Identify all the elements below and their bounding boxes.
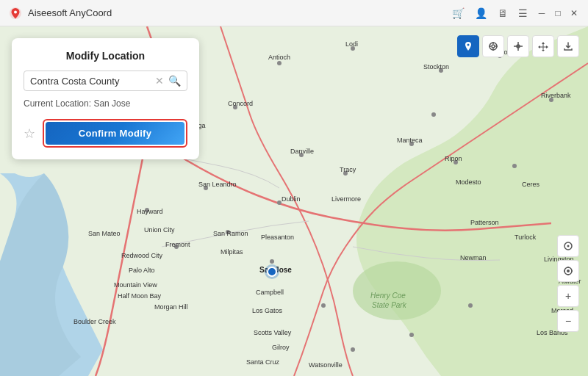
zoom-out-button[interactable]: − (557, 310, 579, 332)
svg-text:Scotts Valley: Scotts Valley (254, 329, 292, 336)
titlebar-actions: 🛒 👤 🖥 ☰ (452, 7, 528, 19)
svg-text:Ceres: Ceres (522, 181, 540, 188)
cart-icon[interactable]: 🛒 (452, 7, 465, 19)
svg-point-4 (277, 61, 282, 65)
svg-text:Antioch: Antioch (268, 54, 290, 61)
svg-text:Half Moon Bay: Half Moon Bay (118, 292, 162, 300)
svg-text:Lodi: Lodi (345, 40, 358, 48)
confirm-modify-button[interactable]: Confirm Modify (46, 122, 184, 145)
map-side-controls: + − (557, 235, 579, 332)
menu-icon[interactable]: ☰ (518, 7, 528, 19)
svg-text:Mountain View: Mountain View (114, 281, 157, 289)
svg-point-89 (567, 270, 570, 272)
svg-text:Tracy: Tracy (340, 166, 356, 173)
move-icon (538, 41, 548, 51)
svg-text:Pleasanton: Pleasanton (261, 234, 294, 241)
gps-button[interactable] (557, 260, 579, 282)
minimize-button[interactable]: ─ (537, 8, 547, 18)
svg-point-74 (492, 45, 495, 48)
svg-text:Turlock: Turlock (514, 234, 537, 241)
svg-point-15 (512, 164, 517, 168)
svg-point-72 (467, 44, 470, 46)
svg-text:Los Gatos: Los Gatos (252, 307, 283, 314)
zoom-out-label: − (565, 315, 571, 327)
svg-text:Stockton: Stockton (423, 63, 449, 70)
svg-text:Dublin: Dublin (282, 195, 301, 203)
search-box: ✕ 🔍 (24, 70, 187, 91)
svg-text:Livermore: Livermore (331, 195, 361, 203)
svg-text:Union City: Union City (144, 226, 175, 234)
svg-point-1 (14, 10, 17, 13)
recenter-icon (563, 241, 573, 251)
svg-text:San Ramon: San Ramon (213, 230, 248, 237)
svg-text:Manteca: Manteca (397, 137, 423, 144)
svg-point-25 (409, 333, 414, 337)
target-mode-button[interactable] (482, 35, 504, 57)
svg-text:Morgan Hill: Morgan Hill (154, 303, 188, 311)
svg-text:Modesto: Modesto (456, 178, 481, 186)
map-toolbar (457, 35, 579, 57)
svg-text:Redwood City: Redwood City (121, 252, 163, 259)
svg-text:Concord: Concord (228, 100, 253, 107)
svg-text:San Mateo: San Mateo (88, 230, 121, 237)
map-container[interactable]: Antioch Lodi Stockton Ripon Riverbank Co… (0, 26, 588, 376)
svg-text:Ripon: Ripon (445, 155, 462, 162)
svg-text:Santa Cruz: Santa Cruz (246, 358, 280, 366)
crosshair-mode-button[interactable] (507, 35, 529, 57)
target-icon (488, 41, 498, 51)
monitor-icon[interactable]: 🖥 (498, 7, 508, 19)
export-icon (563, 41, 573, 51)
svg-point-83 (567, 245, 570, 247)
svg-text:Danville: Danville (290, 148, 314, 155)
favorite-button[interactable]: ☆ (24, 126, 35, 142)
app-title: Aiseesoft AnyCoord (28, 7, 452, 18)
svg-text:Gilroy: Gilroy (272, 344, 290, 351)
close-button[interactable]: ✕ (569, 8, 579, 18)
gps-icon (563, 266, 573, 276)
location-mode-button[interactable] (457, 35, 479, 57)
panel-title: Modify Location (24, 50, 187, 62)
app-logo-icon (9, 7, 22, 20)
svg-text:Newman: Newman (460, 254, 487, 261)
svg-point-24 (351, 347, 355, 352)
panel-actions: ☆ Confirm Modify (24, 119, 187, 148)
location-search-input[interactable] (30, 76, 155, 87)
clear-search-icon[interactable]: ✕ (155, 75, 164, 87)
svg-text:Milpitas: Milpitas (220, 248, 243, 256)
svg-point-9 (431, 112, 436, 117)
modify-location-panel: Modify Location ✕ 🔍 Current Location: Sa… (12, 38, 199, 159)
svg-text:State Park: State Park (372, 301, 407, 309)
zoom-in-button[interactable]: + (557, 285, 579, 307)
export-button[interactable] (557, 35, 579, 57)
svg-text:San Leandro: San Leandro (198, 181, 237, 188)
svg-text:Riverbank: Riverbank (541, 92, 571, 99)
svg-text:Henry Coe: Henry Coe (370, 292, 406, 300)
crosshair-icon (513, 41, 523, 51)
search-icon[interactable]: 🔍 (168, 75, 181, 87)
svg-point-22 (270, 259, 274, 264)
svg-text:Fremont: Fremont (165, 241, 190, 248)
confirm-button-wrapper: Confirm Modify (43, 119, 187, 148)
zoom-in-label: + (565, 290, 571, 302)
location-pin (267, 267, 277, 277)
svg-point-26 (468, 303, 473, 308)
titlebar: Aiseesoft AnyCoord 🛒 👤 🖥 ☰ ─ □ ✕ (0, 0, 588, 26)
svg-text:Hayward: Hayward (137, 208, 163, 215)
maximize-button[interactable]: □ (553, 8, 563, 18)
location-pin-icon (463, 41, 473, 51)
svg-text:Campbell: Campbell (256, 289, 284, 296)
user-icon[interactable]: 👤 (475, 7, 487, 19)
current-location-text: Current Location: San Jose (24, 98, 187, 109)
svg-point-3 (353, 261, 441, 320)
svg-text:Boulder Creek: Boulder Creek (74, 318, 116, 325)
window-controls: ─ □ ✕ (537, 8, 579, 18)
move-mode-button[interactable] (532, 35, 554, 57)
svg-text:Patterson: Patterson (470, 219, 499, 226)
svg-text:Palo Alto: Palo Alto (129, 267, 155, 274)
svg-text:Watsonville: Watsonville (309, 361, 343, 369)
svg-point-23 (321, 303, 326, 308)
recenter-button[interactable] (557, 235, 579, 257)
